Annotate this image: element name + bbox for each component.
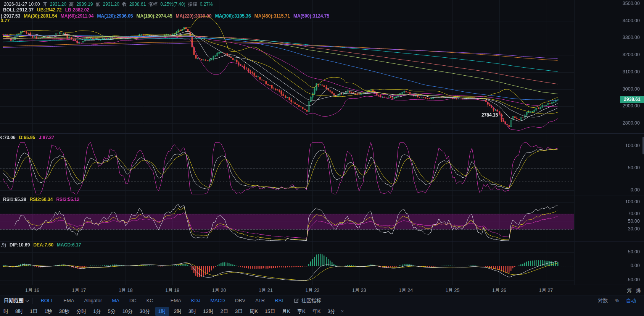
legend-item: DEA:7.60 [33, 242, 53, 248]
indicator-toolbar: 日期范围 BOLLEMAAlligatorMADCKC EMAKDJMACDOB… [0, 295, 644, 306]
legend-item: MA(300):3105.36 [215, 13, 251, 19]
legend-item: 2938.61 [129, 2, 146, 7]
date-tool-爆[interactable]: 爆 [636, 288, 641, 293]
axis-scale-controls: 对数%自动 [594, 297, 639, 304]
rsi-legend: RSI1:65.38RSI2:60.34RSI3:55.12 [3, 197, 83, 202]
timeframe-季K[interactable]: 季K [297, 308, 306, 315]
date-label: 1月 24 [399, 287, 413, 294]
main-indicator-group: BOLLEMAAlligatorMADCKC [36, 298, 158, 303]
timeframe-月K[interactable]: 月K [282, 308, 290, 315]
axis-label: 0.00 [631, 187, 640, 193]
kdj-legend: K:73.06D:65.95J:87.27 [0, 135, 58, 140]
indicator-MA[interactable]: MA [112, 298, 119, 303]
timeframe-2日[interactable]: 2日 [221, 308, 228, 315]
indicator-EMA[interactable]: EMA [171, 298, 181, 303]
axis-label: 0.00 [631, 263, 640, 268]
ma-legend: ):2917.53MA(30):2891.54MA(60):2911.04MA(… [1, 13, 333, 19]
close-icon[interactable]: × [341, 308, 344, 314]
legend-item: DIF:10.69 [10, 242, 30, 248]
axis-label: 50.00 [628, 249, 640, 254]
legend-item: 2026-01-27 10:00 [4, 2, 40, 7]
timeframe-1分[interactable]: 1分 [93, 308, 101, 315]
indicator-DC[interactable]: DC [129, 298, 137, 303]
legend-item: MA(500):3124.75 [293, 13, 329, 19]
ohlc-legend: 2026-01-27 10:00开2931.20高2939.19低2931.20… [4, 1, 216, 8]
date-axis[interactable]: 筹爆 1月 161月 171月 181月 191月 201月 211月 221月… [0, 285, 644, 295]
date-label: 1月 26 [492, 287, 506, 294]
axis-label: 100.00 [625, 143, 640, 148]
timeframe-1秒[interactable]: 1秒 [44, 308, 52, 315]
timeframe-10分[interactable]: 10分 [122, 308, 133, 315]
indicator-MACD[interactable]: MACD [210, 298, 225, 303]
date-range-label: 日期范围 [4, 297, 24, 304]
timeframe-年K[interactable]: 年K [312, 308, 321, 315]
indicator-EMA[interactable]: EMA [63, 298, 74, 303]
timeframe-5分[interactable]: 5分 [108, 308, 115, 315]
indicator-%[interactable]: % [615, 298, 619, 303]
timeframe-30分[interactable]: 30分 [140, 308, 150, 315]
axis-label: -50.00 [626, 277, 640, 282]
axis-label: 3200.00 [623, 52, 640, 57]
timeframe-时[interactable]: 时 [3, 308, 8, 315]
axis-label: 3000.00 [623, 86, 640, 92]
panel-divider [0, 196, 644, 196]
timeframe-toolbar: 时8时1日1秒30秒分时1分5分10分30分1时2时3时12时2日3日周K15日… [0, 306, 644, 316]
edit-icon [294, 298, 299, 303]
timeframe-1日[interactable]: 1日 [30, 308, 37, 315]
date-label: 1月 21 [259, 287, 273, 294]
legend-item: MA(120):2936.05 [97, 13, 133, 19]
legend-item: 振幅 [188, 2, 197, 7]
timeframe-3分[interactable]: 3分 [327, 308, 335, 315]
indicator-Alligator[interactable]: Alligator [84, 298, 102, 303]
timeframe-30秒[interactable]: 30秒 [59, 308, 69, 315]
indicator-ATR[interactable]: ATR [255, 298, 265, 303]
axis-label: 50.00 [628, 219, 640, 224]
legend-item: LB:2882.02 [65, 7, 89, 13]
chart-canvas[interactable] [0, 0, 574, 285]
legend-item: MA(60):2911.04 [61, 13, 94, 19]
indicator-KDJ[interactable]: KDJ [191, 298, 201, 303]
legend-item: BOLL:2912.37 [3, 7, 34, 13]
date-label: 1月 17 [72, 287, 86, 294]
date-tool-筹[interactable]: 筹 [627, 288, 632, 293]
legend-item: 低 [96, 2, 100, 7]
legend-item: MA(220):3030.00 [176, 13, 212, 19]
date-label: 1月 19 [165, 287, 179, 294]
community-indicators-button[interactable]: 社区指标 [294, 297, 321, 304]
legend-item: 2931.20 [103, 2, 119, 7]
legend-item: ,9) [1, 242, 6, 248]
timeframe-3时[interactable]: 3时 [188, 308, 196, 315]
legend-item: MA(30):2891.54 [24, 13, 57, 19]
indicator-自动[interactable]: 自动 [626, 297, 636, 304]
timeframe-3日[interactable]: 3日 [235, 308, 243, 315]
axis-scrollbar-thumb[interactable] [642, 137, 644, 154]
indicator-OBV[interactable]: OBV [235, 298, 245, 303]
timeframe-12时[interactable]: 12时 [203, 308, 213, 315]
axis-label: 70.00 [628, 211, 640, 216]
legend-item: RSI3:55.12 [56, 197, 79, 202]
date-label: 1月 18 [119, 287, 133, 294]
timeframe-8时[interactable]: 8时 [15, 308, 23, 315]
boll-legend: BOLL:2912.37UB:2942.72LB:2882.02 [3, 7, 93, 13]
legend-item: UB:2942.72 [37, 7, 62, 13]
legend-item: 2931.20 [50, 2, 66, 7]
axis-label: 3100.00 [623, 69, 640, 75]
indicator-RSI[interactable]: RSI [275, 298, 283, 303]
indicator-BOLL[interactable]: BOLL [41, 298, 53, 303]
axis-label: 3300.00 [623, 35, 640, 40]
indicator-KC[interactable]: KC [147, 298, 153, 303]
timeframe-15日[interactable]: 15日 [265, 308, 275, 315]
timeframe-周K[interactable]: 周K [250, 308, 258, 315]
legend-item: 开 [43, 2, 47, 7]
ma-legend-wrap: 3.77 [1, 18, 13, 23]
legend-item: 3.77 [1, 18, 10, 23]
legend-item: 高 [69, 2, 74, 7]
timeframe-2时[interactable]: 2时 [174, 308, 182, 315]
timeframe-1时[interactable]: 1时 [155, 307, 169, 316]
price-axis[interactable]: 2938.61 3500.003400.003300.003200.003100… [574, 0, 644, 285]
community-indicators-label: 社区指标 [301, 297, 321, 304]
indicator-对数[interactable]: 对数 [598, 297, 608, 304]
timeframe-分时[interactable]: 分时 [76, 308, 86, 315]
date-range-button[interactable]: 日期范围 [4, 297, 29, 304]
toolbar-divider [32, 298, 32, 304]
